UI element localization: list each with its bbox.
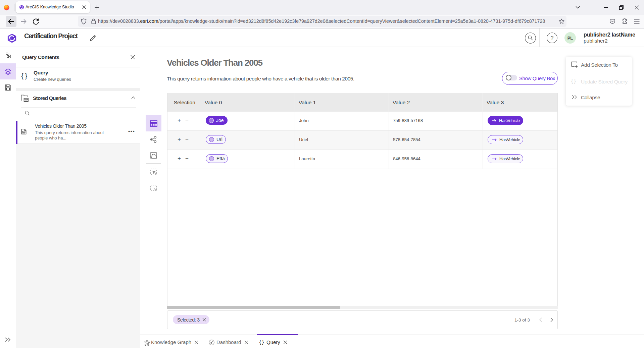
svg-text:?: ? (551, 35, 554, 41)
